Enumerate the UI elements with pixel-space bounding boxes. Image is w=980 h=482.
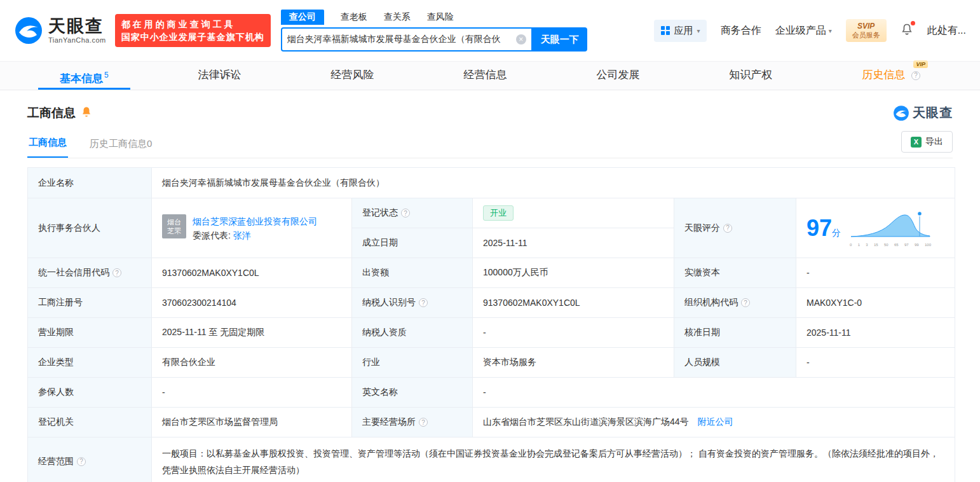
paid-capital-value: - [796, 258, 955, 288]
search-tab-risk[interactable]: 查风险 [427, 10, 454, 25]
score-chart: 0131550659799100 [850, 210, 931, 247]
business-term-label: 营业期限 [28, 318, 152, 348]
registration-number-label: 工商注册号 [28, 288, 152, 318]
main-content: 工商信息 天眼查 工商信息 历史工商信息0 X 导出 [0, 104, 980, 482]
clear-search-icon[interactable]: × [516, 34, 526, 45]
search-input[interactable] [287, 34, 516, 45]
delegate-label: 委派代表: [193, 230, 231, 240]
org-code-label: 组织机构代码? [674, 288, 796, 318]
credit-code-value: 91370602MAK0XY1C0L [152, 258, 352, 288]
tab-history-info[interactable]: VIP 历史信息 ? [840, 62, 942, 90]
english-name-value: - [473, 378, 955, 408]
staff-size-label: 人员规模 [674, 348, 796, 378]
industry-label: 行业 [352, 348, 473, 378]
company-type-label: 企业类型 [28, 348, 152, 378]
table-row: 企业名称 烟台夹河幸福新城城市发展母基金合伙企业（有限合伙） [28, 168, 955, 198]
partner-company-link[interactable]: 烟台芝罘深蓝创业投资有限公司 [193, 216, 317, 226]
delegate-link[interactable]: 张洋 [233, 230, 251, 240]
business-scope-label: 经营范围? [28, 437, 152, 482]
tianyancha-watermark: 天眼查 [893, 104, 953, 121]
apps-label: 应用 [674, 25, 693, 37]
score-cell: 97分 0131550659799100 [796, 198, 955, 258]
paid-capital-label: 实缴资本 [674, 258, 796, 288]
score-value: 97 [806, 215, 832, 241]
taxpayer-qualification-value: - [473, 318, 674, 348]
credit-code-label: 统一社会信用代码? [28, 258, 152, 288]
apps-grid-icon [660, 25, 670, 36]
subtab-business-info[interactable]: 工商信息 [27, 132, 68, 158]
tab-intellectual-property[interactable]: 知识产权 [707, 62, 794, 90]
search-tab-relation[interactable]: 查关系 [384, 10, 411, 25]
tab-operating-info[interactable]: 经营信息 [442, 62, 528, 90]
user-menu[interactable]: 此处有... [927, 24, 966, 38]
help-icon[interactable]: ? [741, 298, 750, 307]
taxpayer-id-label: 纳税人识别号? [352, 288, 473, 318]
help-icon[interactable]: ? [419, 298, 428, 307]
business-info-table: 企业名称 烟台夹河幸福新城城市发展母基金合伙企业（有限合伙） 执行事务合伙人 烟… [27, 167, 955, 482]
help-icon[interactable]: ? [723, 224, 732, 233]
table-row: 登记机关 烟台市芝罘区市场监督管理局 主要经营场所? 山东省烟台市芝罘区东山街道… [28, 408, 955, 437]
vip-badge: VIP [913, 60, 928, 68]
founded-date-label: 成立日期 [352, 228, 473, 258]
section-title: 工商信息 [27, 105, 76, 121]
page: 天眼查 TianYanCha.com 都在用的商业查询工具 国家中小企业发展子基… [0, 0, 980, 482]
help-icon[interactable]: ? [112, 268, 121, 277]
tab-operating-risk[interactable]: 经营风险 [310, 62, 396, 90]
search-tab-company[interactable]: 查公司 [281, 10, 324, 25]
brand-name: 天眼查 [48, 18, 106, 35]
help-icon[interactable]: ? [77, 457, 86, 466]
table-row: 工商注册号 370602300214104 纳税人识别号? 91370602MA… [28, 288, 955, 318]
apps-menu[interactable]: 应用 ▾ [654, 20, 707, 42]
tianyancha-wave-icon [14, 16, 43, 45]
staff-size-value: - [796, 348, 955, 378]
business-address-label: 主要经营场所? [352, 408, 473, 437]
table-row: 执行事务合伙人 烟台 芝罘 烟台芝罘深蓝创业投资有限公司 委派代表: 张洋 [28, 198, 955, 228]
business-address-value: 山东省烟台市芝罘区东山街道滨海景区滨海广场44号 [483, 417, 689, 427]
table-row: 企业类型 有限合伙企业 行业 资本市场服务 人员规模 - [28, 348, 955, 378]
approval-date-label: 核准日期 [674, 318, 796, 348]
search-tab-boss[interactable]: 查老板 [341, 10, 367, 25]
enterprise-products-link[interactable]: 企业级产品 ▾ [775, 24, 832, 38]
business-cooperation-link[interactable]: 商务合作 [721, 24, 761, 38]
caret-down-icon: ▾ [829, 27, 832, 34]
company-name-value: 烟台夹河幸福新城城市发展母基金合伙企业（有限合伙） [152, 168, 955, 198]
table-row: 经营范围? 一般项目：以私募基金从事股权投资、投资管理、资产管理等活动（须在中国… [28, 437, 955, 482]
promo-banner: 都在用的商业查询工具 国家中小企业发展子基金旗下机构 [115, 14, 271, 47]
search-block: 查公司 查老板 查关系 查风险 × 天眼一下 [281, 10, 587, 52]
monitor-bell-icon[interactable] [81, 106, 92, 120]
svip-sub-label: 会员服务 [852, 31, 880, 39]
search-button[interactable]: 天眼一下 [533, 27, 587, 52]
export-button[interactable]: X 导出 [901, 131, 953, 153]
table-row: 统一社会信用代码? 91370602MAK0XY1C0L 出资额 100000万… [28, 258, 955, 288]
header-right: 应用 ▾ 商务合作 企业级产品 ▾ SVIP 会员服务 此处有... [654, 19, 966, 42]
tab-legal-proceedings[interactable]: 法律诉讼 [177, 62, 263, 90]
caret-down-icon: ▾ [697, 27, 700, 34]
svip-membership-button[interactable]: SVIP 会员服务 [846, 19, 887, 42]
top-header: 天眼查 TianYanCha.com 都在用的商业查询工具 国家中小企业发展子基… [0, 0, 980, 61]
company-type-value: 有限合伙企业 [152, 348, 352, 378]
business-scope-value: 一般项目：以私募基金从事股权投资、投资管理、资产管理等活动（须在中国证券投资基金… [152, 437, 955, 482]
tab-company-development[interactable]: 公司发展 [575, 62, 661, 90]
company-name-label: 企业名称 [28, 168, 152, 198]
promo-line1: 都在用的商业查询工具 [121, 18, 264, 31]
table-row: 营业期限 2025-11-11 至 无固定期限 纳税人资质 - 核准日期 202… [28, 318, 955, 348]
help-icon[interactable]: ? [401, 209, 410, 217]
nearby-companies-link[interactable]: 附近公司 [697, 417, 733, 427]
registration-status-cell: 开业 [473, 198, 674, 228]
search-box: × [281, 27, 533, 52]
help-icon[interactable]: ? [419, 418, 428, 427]
org-code-value: MAK0XY1C-0 [796, 288, 955, 318]
registration-status-label: 登记状态? [352, 198, 473, 228]
founded-date-value: 2025-11-11 [473, 228, 674, 258]
notification-bell[interactable] [901, 23, 913, 38]
company-nav-tabs: 基本信息5 法律诉讼 经营风险 经营信息 公司发展 知识产权 VIP 历史信息 … [0, 61, 980, 90]
tianyancha-logo[interactable]: 天眼查 TianYanCha.com [14, 16, 106, 45]
taxpayer-qualification-label: 纳税人资质 [352, 318, 473, 348]
tab-basic-info[interactable]: 基本信息5 [38, 62, 130, 90]
business-address-cell: 山东省烟台市芝罘区东山街道滨海景区滨海广场44号 附近公司 [473, 408, 955, 437]
capital-value: 100000万人民币 [473, 258, 674, 288]
subtab-history-business-info[interactable]: 历史工商信息0 [88, 133, 153, 158]
help-icon[interactable]: ? [911, 71, 920, 80]
svip-label: SVIP [852, 22, 880, 31]
tianyancha-wave-icon [893, 105, 909, 121]
